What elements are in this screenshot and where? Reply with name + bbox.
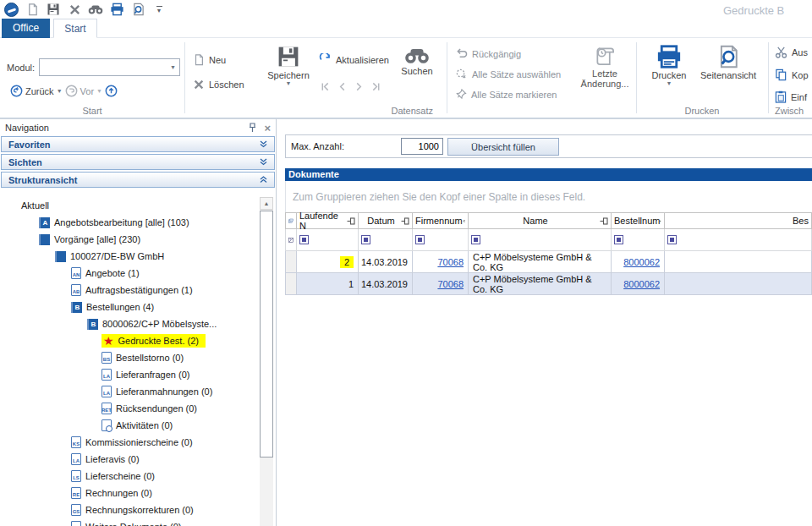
tree-item-bestellstorno[interactable]: BSBestellstorno (0)	[0, 349, 259, 366]
column-header-laufende-nr[interactable]: Laufende N	[297, 212, 359, 229]
column-header-bestellnummer[interactable]: Bestellnum	[612, 212, 665, 229]
pin-panel-icon[interactable]	[248, 123, 257, 133]
filter-cell-bes[interactable]	[665, 229, 812, 251]
nav-section-favoriten[interactable]: Favoriten	[1, 136, 275, 152]
filter-box-icon[interactable]	[361, 235, 370, 244]
filter-box-icon[interactable]	[299, 235, 309, 244]
column-pin-icon[interactable]	[600, 217, 608, 225]
new-document-icon[interactable]	[25, 2, 40, 17]
column-header-name[interactable]: Name	[469, 212, 612, 229]
forward-icon[interactable]	[65, 85, 78, 97]
search-binoculars-icon[interactable]	[88, 2, 103, 17]
filter-cell-firmennummer[interactable]	[413, 229, 469, 251]
copy-button[interactable]: Kop	[775, 68, 809, 81]
filter-cell-laufende-nr[interactable]	[297, 229, 359, 251]
navigation-title: Navigation	[5, 123, 49, 133]
app-logo-icon[interactable]	[4, 3, 19, 17]
column-header-firmennummer[interactable]: Firmennum	[413, 212, 469, 229]
tree-scrollbar[interactable]: ▲	[260, 197, 273, 526]
clear-filter-button[interactable]	[285, 229, 297, 251]
qat-customize-icon[interactable]: ▼	[151, 2, 167, 17]
tree-item-bestellung-8000062[interactable]: B8000062/C+P Möbelsyste...	[0, 315, 259, 332]
filter-box-icon[interactable]	[614, 235, 623, 244]
cell-datum: 14.03.2019	[359, 251, 413, 273]
paste-button[interactable]: Einf	[775, 90, 807, 103]
scrollbar-thumb[interactable]	[260, 211, 273, 458]
tree-item-gedruckte-best-selected[interactable]: ★Gedruckte Best. (2)	[0, 332, 259, 349]
tree-item-lieferscheine[interactable]: LSLieferscheine (0)	[0, 468, 259, 485]
bestellnummer-link[interactable]: 8000062	[623, 279, 660, 289]
save-icon[interactable]	[46, 2, 61, 17]
new-button[interactable]: Neu	[193, 53, 226, 66]
tree-item-angebote[interactable]: ANAngebote (1)	[0, 265, 259, 282]
tree-item-firma[interactable]: 100027/DE-BW GmbH	[0, 248, 259, 265]
column-pin-icon[interactable]	[347, 217, 355, 225]
delete-button[interactable]: Löschen	[193, 79, 244, 90]
undo-button[interactable]: Rückgängig	[455, 48, 521, 59]
tab-office[interactable]: Office	[2, 19, 50, 38]
tree-item-bestellungen[interactable]: BBestellungen (4)	[0, 299, 259, 315]
tree-item-aktivitaeten[interactable]: Aktivitäten (0)	[0, 417, 259, 434]
modul-combobox[interactable]: ▼	[39, 58, 180, 76]
tree-item-aktuell[interactable]: Aktuell	[0, 197, 259, 214]
filter-cell-datum[interactable]	[359, 229, 413, 251]
tree-item-rechnungskorrekturen[interactable]: GSRechnungskorrekturen (0)	[0, 501, 259, 518]
filter-box-icon[interactable]	[471, 235, 480, 244]
table-row[interactable]: 1 14.03.2019 70068 C+P Möbelsysteme GmbH…	[285, 273, 812, 295]
grid-customize-button[interactable]	[285, 212, 297, 229]
tree-item-lieferavis[interactable]: LALieferavis (0)	[0, 451, 259, 468]
tree-item-ruecksendungen[interactable]: RETRücksendungen (0)	[0, 400, 259, 417]
nav-section-sichten[interactable]: Sichten	[1, 154, 275, 170]
firmennummer-link[interactable]: 70068	[437, 279, 464, 289]
column-pin-icon[interactable]	[463, 217, 465, 225]
mark-all-records-button[interactable]: Alle Sätze markieren	[455, 89, 557, 100]
back-button[interactable]: Zurück	[25, 86, 54, 96]
tab-start[interactable]: Start	[53, 19, 97, 38]
tree-item-angebotsbearbeitung[interactable]: AAngebotsbearbeitung [alle] (103)	[0, 214, 259, 231]
column-pin-icon[interactable]	[401, 217, 409, 225]
tree-item-lieferanfragen[interactable]: LALieferanfragen (0)	[0, 366, 259, 383]
search-button[interactable]: Suchen	[394, 47, 440, 76]
print-button[interactable]: Drucken ▼	[645, 45, 694, 86]
fill-overview-button[interactable]: Übersicht füllen	[447, 138, 559, 156]
column-header-bes[interactable]: Bes	[665, 212, 812, 229]
tree-item-vorgaenge[interactable]: Vorgänge [alle] (230)	[0, 231, 259, 248]
tree-item-kommissionierscheine[interactable]: KSKommissionierscheine (0)	[0, 434, 259, 451]
first-record-icon[interactable]	[321, 82, 330, 91]
filter-box-icon[interactable]	[415, 235, 425, 244]
up-icon[interactable]	[105, 85, 118, 97]
print-preview-icon[interactable]	[130, 2, 145, 17]
tree-item-weitere-dokumente[interactable]: Weitere Dokumente (0)	[0, 518, 259, 526]
back-dropdown-icon[interactable]: ▼	[57, 88, 63, 94]
print-icon[interactable]	[109, 2, 124, 17]
next-record-icon[interactable]	[354, 82, 364, 91]
refresh-button[interactable]: Aktualisieren	[319, 53, 389, 66]
column-pin-icon[interactable]	[660, 217, 661, 225]
last-change-button[interactable]: Letzte Änderung...	[579, 45, 631, 89]
table-row[interactable]: 2 14.03.2019 70068 C+P Möbelsysteme GmbH…	[285, 251, 812, 273]
filter-cell-name[interactable]	[469, 229, 612, 251]
tree-item-lieferanmahnungen[interactable]: LALieferanmahnungen (0)	[0, 383, 259, 400]
tree-item-auftragsbestaetigungen[interactable]: ABAuftragsbestätigungen (1)	[0, 282, 259, 299]
select-all-records-button[interactable]: Alle Sätze auswählen	[455, 68, 561, 79]
filter-box-icon[interactable]	[667, 235, 677, 244]
save-button[interactable]: Speichern ▼	[262, 45, 315, 86]
tree-item-rechnungen[interactable]: RERechnungen (0)	[0, 485, 259, 501]
bestellnummer-link[interactable]: 8000062	[623, 257, 660, 267]
column-header-datum[interactable]: Datum	[359, 212, 413, 229]
forward-button[interactable]: Vor	[80, 86, 95, 96]
back-icon[interactable]	[10, 85, 23, 97]
forward-dropdown-icon[interactable]: ▼	[96, 88, 102, 94]
previous-record-icon[interactable]	[337, 82, 347, 91]
close-panel-icon[interactable]: ×	[264, 123, 271, 133]
cut-button[interactable]: Aus	[775, 47, 808, 58]
nav-section-strukturansicht[interactable]: Strukturansicht	[1, 172, 275, 188]
firmennummer-link[interactable]: 70068	[437, 257, 464, 267]
last-record-icon[interactable]	[371, 82, 381, 91]
page-preview-button[interactable]: Seitenansicht	[694, 45, 763, 80]
scroll-up-icon[interactable]: ▲	[260, 197, 273, 210]
filter-cell-bestellnummer[interactable]	[612, 229, 665, 251]
select-all-icon	[455, 68, 468, 79]
delete-icon[interactable]	[67, 2, 82, 17]
max-anzahl-input[interactable]	[401, 138, 443, 155]
